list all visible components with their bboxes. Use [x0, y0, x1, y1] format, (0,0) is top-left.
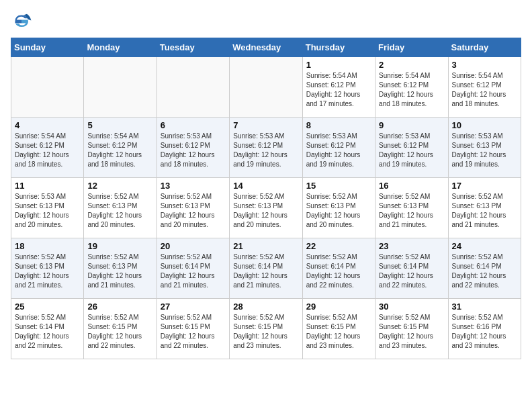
calendar-cell: 6Sunrise: 5:53 AM Sunset: 6:12 PM Daylig…: [157, 118, 229, 178]
calendar-cell: 10Sunrise: 5:53 AM Sunset: 6:13 PM Dayli…: [448, 118, 521, 178]
day-number: 27: [161, 302, 226, 312]
weekday-header-thursday: Thursday: [302, 38, 375, 57]
calendar-cell: 28Sunrise: 5:52 AM Sunset: 6:15 PM Dayli…: [230, 299, 302, 359]
day-number: 7: [233, 120, 298, 130]
day-info: Sunrise: 5:52 AM Sunset: 6:15 PM Dayligh…: [233, 313, 298, 351]
calendar-cell: 15Sunrise: 5:52 AM Sunset: 6:13 PM Dayli…: [302, 178, 375, 238]
calendar-cell: [230, 57, 302, 118]
calendar-cell: 8Sunrise: 5:53 AM Sunset: 6:12 PM Daylig…: [302, 118, 375, 178]
day-info: Sunrise: 5:52 AM Sunset: 6:14 PM Dayligh…: [306, 253, 371, 290]
weekday-header-sunday: Sunday: [11, 38, 84, 57]
day-number: 16: [379, 181, 444, 191]
day-number: 2: [379, 60, 444, 70]
day-number: 28: [233, 302, 298, 312]
weekday-header-tuesday: Tuesday: [157, 38, 229, 57]
day-number: 12: [87, 181, 152, 191]
day-number: 31: [452, 302, 517, 312]
day-number: 26: [87, 302, 152, 312]
day-info: Sunrise: 5:52 AM Sunset: 6:14 PM Dayligh…: [379, 253, 444, 290]
day-number: 5: [87, 120, 152, 130]
calendar-cell: 16Sunrise: 5:52 AM Sunset: 6:13 PM Dayli…: [375, 178, 448, 238]
day-number: 29: [306, 302, 371, 312]
day-info: Sunrise: 5:54 AM Sunset: 6:12 PM Dayligh…: [306, 71, 371, 109]
calendar-table: SundayMondayTuesdayWednesdayThursdayFrid…: [11, 38, 521, 359]
calendar-cell: 11Sunrise: 5:53 AM Sunset: 6:13 PM Dayli…: [11, 178, 84, 238]
calendar-cell: 26Sunrise: 5:52 AM Sunset: 6:15 PM Dayli…: [84, 299, 157, 359]
weekday-header-friday: Friday: [375, 38, 448, 57]
day-info: Sunrise: 5:52 AM Sunset: 6:13 PM Dayligh…: [233, 192, 298, 230]
day-number: 10: [452, 120, 517, 130]
day-info: Sunrise: 5:52 AM Sunset: 6:15 PM Dayligh…: [161, 313, 226, 351]
calendar-cell: [157, 57, 229, 118]
day-info: Sunrise: 5:52 AM Sunset: 6:15 PM Dayligh…: [87, 313, 152, 351]
day-info: Sunrise: 5:52 AM Sunset: 6:13 PM Dayligh…: [452, 192, 517, 230]
day-info: Sunrise: 5:52 AM Sunset: 6:14 PM Dayligh…: [161, 253, 226, 290]
calendar-cell: 22Sunrise: 5:52 AM Sunset: 6:14 PM Dayli…: [302, 238, 375, 299]
day-number: 25: [15, 302, 80, 312]
day-info: Sunrise: 5:52 AM Sunset: 6:14 PM Dayligh…: [15, 313, 80, 351]
calendar-cell: 3Sunrise: 5:54 AM Sunset: 6:12 PM Daylig…: [448, 57, 521, 118]
day-info: Sunrise: 5:52 AM Sunset: 6:16 PM Dayligh…: [452, 313, 517, 351]
calendar-cell: 4Sunrise: 5:54 AM Sunset: 6:12 PM Daylig…: [11, 118, 84, 178]
weekday-header-saturday: Saturday: [448, 38, 521, 57]
day-number: 14: [233, 181, 298, 191]
calendar-cell: 25Sunrise: 5:52 AM Sunset: 6:14 PM Dayli…: [11, 299, 84, 359]
calendar-cell: 31Sunrise: 5:52 AM Sunset: 6:16 PM Dayli…: [448, 299, 521, 359]
day-number: 17: [452, 181, 517, 191]
day-info: Sunrise: 5:52 AM Sunset: 6:13 PM Dayligh…: [87, 192, 152, 230]
calendar-cell: 1Sunrise: 5:54 AM Sunset: 6:12 PM Daylig…: [302, 57, 375, 118]
calendar-cell: 14Sunrise: 5:52 AM Sunset: 6:13 PM Dayli…: [230, 178, 302, 238]
day-info: Sunrise: 5:53 AM Sunset: 6:13 PM Dayligh…: [15, 192, 80, 230]
day-number: 19: [87, 241, 152, 251]
calendar-cell: 21Sunrise: 5:52 AM Sunset: 6:14 PM Dayli…: [230, 238, 302, 299]
day-info: Sunrise: 5:53 AM Sunset: 6:13 PM Dayligh…: [452, 132, 517, 169]
day-number: 8: [306, 120, 371, 130]
day-info: Sunrise: 5:52 AM Sunset: 6:13 PM Dayligh…: [161, 192, 226, 230]
calendar-cell: 30Sunrise: 5:52 AM Sunset: 6:15 PM Dayli…: [375, 299, 448, 359]
calendar-cell: 9Sunrise: 5:53 AM Sunset: 6:12 PM Daylig…: [375, 118, 448, 178]
calendar-cell: 27Sunrise: 5:52 AM Sunset: 6:15 PM Dayli…: [157, 299, 229, 359]
day-number: 1: [306, 60, 371, 70]
day-info: Sunrise: 5:53 AM Sunset: 6:12 PM Dayligh…: [233, 132, 298, 169]
day-info: Sunrise: 5:52 AM Sunset: 6:15 PM Dayligh…: [379, 313, 444, 351]
calendar-cell: 19Sunrise: 5:52 AM Sunset: 6:13 PM Dayli…: [84, 238, 157, 299]
day-number: 24: [452, 241, 517, 251]
day-info: Sunrise: 5:53 AM Sunset: 6:12 PM Dayligh…: [379, 132, 444, 169]
calendar-cell: 12Sunrise: 5:52 AM Sunset: 6:13 PM Dayli…: [84, 178, 157, 238]
day-info: Sunrise: 5:52 AM Sunset: 6:14 PM Dayligh…: [452, 253, 517, 290]
calendar-cell: 13Sunrise: 5:52 AM Sunset: 6:13 PM Dayli…: [157, 178, 229, 238]
day-info: Sunrise: 5:54 AM Sunset: 6:12 PM Dayligh…: [379, 71, 444, 109]
calendar-cell: [84, 57, 157, 118]
day-number: 9: [379, 120, 444, 130]
page-header: [11, 11, 521, 32]
calendar-cell: 7Sunrise: 5:53 AM Sunset: 6:12 PM Daylig…: [230, 118, 302, 178]
day-number: 6: [161, 120, 226, 130]
calendar-cell: 24Sunrise: 5:52 AM Sunset: 6:14 PM Dayli…: [448, 238, 521, 299]
calendar-cell: 23Sunrise: 5:52 AM Sunset: 6:14 PM Dayli…: [375, 238, 448, 299]
day-number: 3: [452, 60, 517, 70]
day-number: 13: [161, 181, 226, 191]
day-number: 11: [15, 181, 80, 191]
day-info: Sunrise: 5:53 AM Sunset: 6:12 PM Dayligh…: [161, 132, 226, 169]
calendar-cell: 18Sunrise: 5:52 AM Sunset: 6:13 PM Dayli…: [11, 238, 84, 299]
day-number: 23: [379, 241, 444, 251]
weekday-header-monday: Monday: [84, 38, 157, 57]
calendar-cell: 2Sunrise: 5:54 AM Sunset: 6:12 PM Daylig…: [375, 57, 448, 118]
day-number: 30: [379, 302, 444, 312]
calendar-cell: 29Sunrise: 5:52 AM Sunset: 6:15 PM Dayli…: [302, 299, 375, 359]
day-number: 20: [161, 241, 226, 251]
day-number: 22: [306, 241, 371, 251]
logo-icon: [11, 11, 32, 32]
day-info: Sunrise: 5:54 AM Sunset: 6:12 PM Dayligh…: [452, 71, 517, 109]
day-info: Sunrise: 5:52 AM Sunset: 6:14 PM Dayligh…: [233, 253, 298, 290]
day-info: Sunrise: 5:54 AM Sunset: 6:12 PM Dayligh…: [87, 132, 152, 169]
day-info: Sunrise: 5:52 AM Sunset: 6:13 PM Dayligh…: [15, 253, 80, 290]
day-number: 4: [15, 120, 80, 130]
day-info: Sunrise: 5:53 AM Sunset: 6:12 PM Dayligh…: [306, 132, 371, 169]
day-info: Sunrise: 5:54 AM Sunset: 6:12 PM Dayligh…: [15, 132, 80, 169]
day-info: Sunrise: 5:52 AM Sunset: 6:13 PM Dayligh…: [87, 253, 152, 290]
day-info: Sunrise: 5:52 AM Sunset: 6:13 PM Dayligh…: [306, 192, 371, 230]
calendar-cell: 17Sunrise: 5:52 AM Sunset: 6:13 PM Dayli…: [448, 178, 521, 238]
day-info: Sunrise: 5:52 AM Sunset: 6:15 PM Dayligh…: [306, 313, 371, 351]
day-number: 21: [233, 241, 298, 251]
